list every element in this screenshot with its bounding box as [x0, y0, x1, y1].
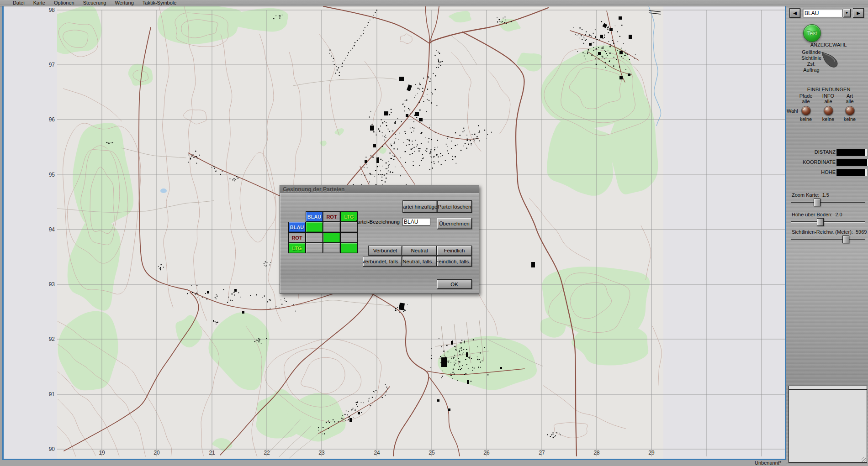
- grid-x-label: 26: [483, 450, 490, 456]
- anzeigewahl-title: ANZEIGEWAHL: [798, 42, 859, 47]
- matrix-col-header-ltg[interactable]: LTG: [340, 211, 358, 222]
- height-slider-track[interactable]: [791, 221, 865, 223]
- grid-x-label: 29: [648, 450, 655, 456]
- grid-x-label: 19: [99, 450, 105, 456]
- matrix-cell-rot-blau[interactable]: [306, 232, 323, 243]
- pfade-knob[interactable]: [801, 106, 811, 115]
- zoom-slider-thumb[interactable]: [814, 199, 820, 206]
- matrix-cell-blau-ltg[interactable]: [340, 222, 358, 232]
- art-knob[interactable]: [845, 106, 855, 115]
- matrix-cell-rot-ltg[interactable]: [340, 232, 358, 243]
- wahl-label: Wahl: [787, 108, 798, 114]
- grid-x-label: 22: [264, 450, 270, 456]
- matrix-row-header-rot[interactable]: ROT: [288, 232, 306, 243]
- grid-y-label: 92: [49, 336, 55, 342]
- matrix-cell-blau-rot[interactable]: [323, 222, 340, 232]
- resize-grip-icon[interactable]: [862, 457, 866, 462]
- grid-x-label: 25: [429, 450, 435, 456]
- grid-y-label: 91: [49, 391, 55, 398]
- matrix-cell-blau-blau[interactable]: [306, 222, 323, 232]
- allied-button[interactable]: Verbündet: [368, 246, 402, 256]
- right-arrow-icon: ▶: [857, 10, 860, 16]
- side-panel: ◀ BLAU ▼ ▶ Test ANZEIGEWAHL Gelände Sich…: [786, 0, 868, 466]
- coordinate-readout: KOORDINATE: [786, 159, 868, 166]
- apply-button[interactable]: Übernehmen: [437, 218, 472, 229]
- party-dropdown-arrow-button[interactable]: ▼: [843, 9, 851, 17]
- allied-if-button[interactable]: Verbündet, falls...: [363, 256, 402, 267]
- grid-y-label: 94: [49, 226, 55, 233]
- grid-x-label: 23: [318, 450, 325, 456]
- grid-x-label: 21: [209, 450, 215, 456]
- grid-y-label: 97: [49, 62, 55, 68]
- menu-wertung[interactable]: Wertung: [115, 0, 133, 6]
- party-attitude-dialog: Gesinnung der Parteien BLAUROTLTGBLAUROT…: [280, 185, 479, 294]
- matrix-row-header-blau[interactable]: BLAU: [288, 222, 306, 232]
- distance-readout: DISTANZ: [786, 149, 868, 156]
- matrix-cell-rot-rot[interactable]: [323, 232, 340, 243]
- neutral-button[interactable]: Neutral: [402, 246, 437, 256]
- ok-button[interactable]: OK: [437, 279, 472, 289]
- los-slider-track[interactable]: [791, 239, 865, 240]
- menu-bar: Datei Karte Optionen Steuerung Wertung T…: [0, 0, 868, 6]
- party-name-label: Partei-Bezeichnung: [356, 219, 400, 225]
- party-prev-button[interactable]: ◀: [789, 8, 800, 18]
- add-party-button[interactable]: Partei hinzufügen: [402, 200, 437, 213]
- grid-x-label: 27: [539, 450, 545, 456]
- menu-optionen[interactable]: Optionen: [54, 0, 74, 6]
- height-readout: HÖHE: [786, 169, 868, 176]
- party-next-button[interactable]: ▶: [853, 8, 864, 18]
- neutral-if-button[interactable]: Neutral, falls...: [402, 256, 437, 267]
- matrix-col-header-rot[interactable]: ROT: [323, 211, 340, 222]
- matrix-col-header-blau[interactable]: BLAU: [306, 211, 323, 222]
- info-knob[interactable]: [824, 106, 833, 115]
- einblendung-info: INFO alle keine: [817, 93, 840, 122]
- height-slider-thumb[interactable]: [817, 218, 824, 226]
- menu-karte[interactable]: Karte: [33, 0, 45, 6]
- einblendung-pfade: Pfade alle keine: [794, 93, 817, 122]
- einblendungen-title: EINBLENDUNGEN: [797, 87, 861, 92]
- grid-y-label: 96: [49, 116, 55, 123]
- test-button[interactable]: Test: [803, 24, 821, 42]
- zoom-slider-track[interactable]: [791, 202, 865, 203]
- chevron-down-icon: ▼: [845, 11, 849, 15]
- einblendung-art: Art alle keine: [838, 93, 861, 122]
- status-filename: Unbenannt*: [755, 460, 781, 466]
- grid-y-label: 93: [49, 281, 55, 288]
- los-slider-thumb[interactable]: [842, 236, 849, 243]
- party-name-input[interactable]: BLAU: [402, 218, 430, 225]
- menu-steuerung[interactable]: Steuerung: [83, 0, 106, 6]
- left-arrow-icon: ◀: [793, 10, 797, 16]
- grid-x-label: 24: [374, 450, 380, 456]
- matrix-row-header-ltg[interactable]: LTG: [288, 243, 306, 253]
- matrix-cell-ltg-rot[interactable]: [323, 243, 340, 253]
- grid-y-label: 98: [49, 7, 55, 13]
- menu-taktik-symbole[interactable]: Taktik-Symbole: [143, 0, 177, 6]
- matrix-cell-ltg-ltg[interactable]: [340, 243, 358, 253]
- dialog-title-bar[interactable]: Gesinnung der Parteien: [280, 185, 479, 194]
- display-mode-pointer-knob[interactable]: [820, 49, 842, 70]
- menu-datei[interactable]: Datei: [13, 0, 25, 6]
- matrix-cell-ltg-blau[interactable]: [306, 243, 323, 253]
- overview-box: [789, 386, 867, 463]
- hostile-if-button[interactable]: Feindlich, falls...: [437, 256, 472, 267]
- party-dropdown[interactable]: BLAU: [803, 9, 842, 17]
- grid-y-label: 95: [49, 172, 55, 178]
- hostile-button[interactable]: Feindlich: [437, 246, 472, 256]
- grid-y-label: 90: [49, 446, 55, 452]
- delete-party-button[interactable]: Partei löschen: [437, 200, 472, 213]
- grid-x-label: 20: [153, 450, 160, 456]
- grid-x-label: 28: [593, 450, 600, 456]
